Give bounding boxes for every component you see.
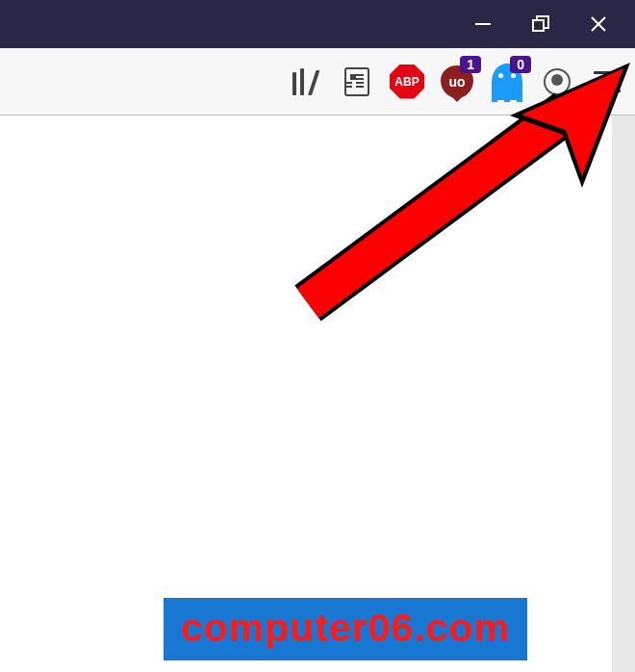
ghostery-button[interactable]: 0	[485, 60, 529, 104]
restore-icon	[532, 15, 549, 33]
reader-view-button[interactable]	[335, 60, 379, 104]
window-titlebar	[0, 0, 635, 48]
close-button[interactable]	[570, 0, 627, 48]
vertical-scrollbar[interactable]	[612, 116, 635, 672]
profile-button[interactable]	[535, 60, 579, 104]
ublock-badge: 1	[460, 56, 481, 73]
reader-icon	[344, 67, 369, 96]
profile-icon	[544, 68, 571, 95]
minimize-button[interactable]	[454, 0, 512, 48]
adblock-plus-button[interactable]: ABP	[385, 60, 429, 104]
minimize-icon	[475, 23, 491, 25]
adblock-icon: ABP	[390, 65, 424, 99]
library-button[interactable]	[285, 60, 329, 104]
library-icon	[292, 68, 321, 95]
svg-rect-1	[533, 20, 544, 31]
svg-rect-0	[475, 23, 491, 25]
close-icon	[590, 15, 607, 33]
ublock-button[interactable]: uo 1	[435, 60, 479, 104]
ghostery-badge: 0	[510, 56, 531, 73]
watermark: computer06.com	[164, 598, 527, 660]
hamburger-icon	[594, 71, 621, 92]
browser-toolbar: ABP uo 1 0	[0, 48, 635, 116]
restore-button[interactable]	[512, 0, 570, 48]
menu-button[interactable]	[585, 60, 629, 104]
content-area	[0, 116, 635, 672]
